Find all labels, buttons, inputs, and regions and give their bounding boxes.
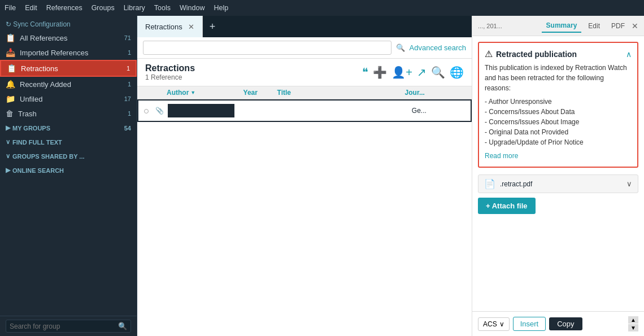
group-search-input[interactable] — [10, 322, 118, 330]
scroll-down-button[interactable]: ▼ — [628, 324, 638, 331]
menubar: File Edit References Groups Library Tool… — [0, 0, 644, 16]
style-dropdown-icon: ∨ — [499, 320, 504, 328]
col-header-author[interactable]: Author ▼ — [167, 89, 243, 97]
my-groups-label: MY GROUPS — [12, 125, 50, 132]
retracted-chevron-icon[interactable]: ∧ — [626, 50, 632, 59]
group-search-container: 🔍 — [6, 320, 131, 333]
unfiled-count: 17 — [124, 95, 131, 102]
all-references-label: All References — [20, 34, 124, 42]
scroll-up-button[interactable]: ▲ — [628, 316, 638, 324]
find-full-text-label: FIND FULL TEXT — [12, 139, 62, 146]
menu-help[interactable]: Help — [214, 4, 229, 12]
right-panel-close[interactable]: ✕ — [632, 21, 638, 30]
online-search-section[interactable]: ▶ ONLINE SEARCH — [0, 163, 137, 177]
unfiled-icon: 📁 — [6, 94, 15, 103]
table-row[interactable]: 📎 Ge... — [137, 99, 472, 122]
pdf-chevron-icon[interactable]: ∨ — [626, 180, 632, 188]
menu-references[interactable]: References — [46, 4, 82, 12]
find-full-text-section[interactable]: ∨ FIND FULL TEXT — [0, 135, 137, 149]
reason-4: - Original Data not Provided — [485, 127, 632, 137]
sync-configuration[interactable]: ↻ Sync Configuration — [0, 16, 137, 30]
row-journal: Ge... — [412, 107, 465, 115]
sidebar-item-trash[interactable]: 🗑 Trash 1 — [0, 106, 137, 121]
menu-library[interactable]: Library — [124, 4, 145, 12]
tab-summary[interactable]: Summary — [542, 19, 582, 33]
groups-shared-section[interactable]: ∨ GROUPS SHARED BY ... — [0, 149, 137, 163]
scroll-buttons: ▲ ▼ — [628, 316, 638, 331]
sidebar-item-all-references[interactable]: 📋 All References 71 — [0, 30, 137, 45]
menu-file[interactable]: File — [5, 4, 16, 12]
sync-icon: ↻ — [6, 20, 11, 28]
tab-close-icon[interactable]: ✕ — [188, 23, 194, 31]
right-panel-tabs: ..., 201... Summary Edit PDF ✕ — [472, 16, 644, 36]
author-sort-icon: ▼ — [190, 90, 195, 95]
menu-edit[interactable]: Edit — [25, 4, 37, 12]
find-icon[interactable]: 🔍 — [431, 66, 445, 79]
col-header-title[interactable]: Title — [277, 89, 405, 97]
retractions-icon: 📋 — [7, 64, 16, 73]
my-groups-count: 54 — [124, 125, 131, 132]
web-icon[interactable]: 🌐 — [450, 66, 464, 79]
read-more-link[interactable]: Read more — [485, 151, 518, 161]
tab-retractions-label: Retractions — [145, 23, 182, 31]
tab-edit[interactable]: Edit — [584, 20, 604, 32]
sidebar-item-retractions[interactable]: 📋 Retractions 1 — [0, 60, 137, 77]
trash-icon: 🗑 — [6, 109, 14, 118]
menu-window[interactable]: Window — [180, 4, 204, 12]
recently-added-label: Recently Added — [20, 80, 128, 89]
right-panel-content: ⚠ Retracted publication ∧ This publicati… — [472, 36, 644, 311]
search-input[interactable] — [143, 41, 391, 55]
row-author — [168, 104, 234, 117]
quote-icon[interactable]: ❝ — [362, 66, 368, 79]
ref-label: ..., 201... — [478, 23, 539, 29]
my-groups-chevron: ▶ — [6, 124, 10, 132]
imported-label: Imported References — [20, 49, 128, 57]
add-author-icon[interactable]: 👤+ — [391, 66, 412, 79]
retractions-label: Retractions — [21, 64, 127, 73]
row-clip: 📎 — [155, 107, 168, 115]
pdf-file-icon: 📄 — [484, 178, 495, 189]
sidebar-item-recently-added[interactable]: 🔔 Recently Added 1 — [0, 77, 137, 91]
right-panel: ..., 201... Summary Edit PDF ✕ ⚠ Retract… — [472, 16, 644, 336]
copy-button[interactable]: Copy — [549, 317, 582, 330]
retractions-count: 1 — [127, 65, 130, 72]
all-references-icon: 📋 — [6, 33, 15, 42]
new-tab-button[interactable]: + — [203, 21, 223, 33]
sidebar-item-imported-references[interactable]: 📥 Imported References 1 — [0, 45, 137, 60]
sidebar: ↻ Sync Configuration 📋 All References 71… — [0, 16, 137, 336]
references-table: Author ▼ Year Title Jour... 📎 — [137, 86, 472, 336]
group-search-icon: 🔍 — [118, 322, 127, 330]
main-layout: ↻ Sync Configuration 📋 All References 71… — [0, 16, 644, 336]
reason-1: - Author Unresponsive — [485, 97, 632, 107]
citation-style-select[interactable]: ACS ∨ — [478, 317, 510, 331]
references-count: 1 Reference — [145, 73, 362, 81]
references-toolbar: ❝ ➕ 👤+ ↗ 🔍 🌐 — [362, 66, 464, 79]
recently-added-count: 1 — [128, 81, 131, 88]
export-icon[interactable]: ↗ — [417, 66, 427, 79]
imported-count: 1 — [128, 49, 131, 56]
col-header-year[interactable]: Year — [243, 89, 277, 97]
attach-file-button[interactable]: + Attach file — [478, 198, 536, 214]
recently-added-icon: 🔔 — [6, 80, 15, 89]
menu-tools[interactable]: Tools — [154, 4, 171, 12]
retracted-title: Retracted publication — [496, 50, 623, 59]
groups-shared-label: GROUPS SHARED BY ... — [12, 153, 85, 160]
citation-style-label: ACS — [483, 320, 497, 328]
online-search-chevron: ▶ — [6, 167, 10, 174]
search-bar: 🔍 Advanced search — [137, 37, 472, 59]
sidebar-item-unfiled[interactable]: 📁 Unfiled 17 — [0, 91, 137, 106]
advanced-search-button[interactable]: Advanced search — [410, 43, 466, 52]
groups-shared-chevron: ∨ — [6, 152, 10, 160]
col-header-journal[interactable]: Jour... — [405, 89, 466, 97]
add-reference-icon[interactable]: ➕ — [373, 66, 387, 79]
insert-button[interactable]: Insert — [513, 317, 546, 331]
tab-bar: Retractions ✕ + — [137, 16, 472, 37]
author-col-label: Author — [167, 89, 189, 97]
tab-pdf[interactable]: PDF — [607, 20, 629, 32]
sidebar-bottom: 🔍 — [0, 316, 137, 336]
my-groups-section[interactable]: ▶ MY GROUPS 54 — [0, 121, 137, 135]
menu-groups[interactable]: Groups — [92, 4, 115, 12]
pdf-file-name: .retract.pdf — [500, 180, 622, 188]
pdf-file-row[interactable]: 📄 .retract.pdf ∨ — [478, 174, 638, 193]
tab-retractions[interactable]: Retractions ✕ — [137, 16, 203, 37]
